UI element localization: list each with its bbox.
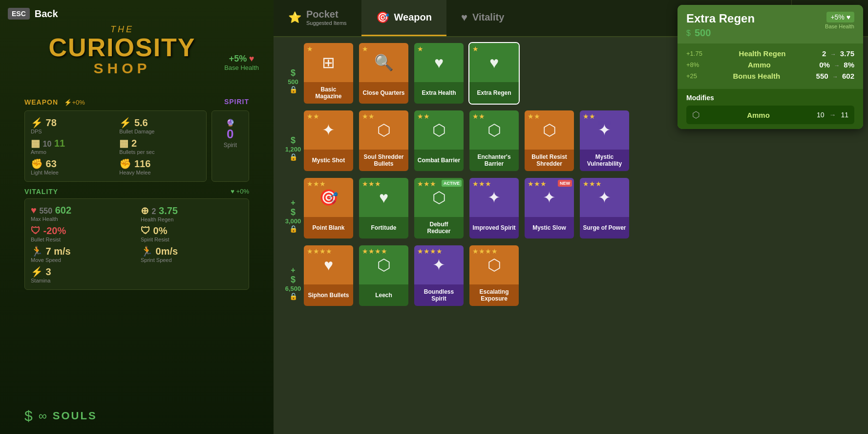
combat-barrier-icon: ⬡	[432, 121, 446, 139]
sprint-icon: 🏃	[141, 246, 153, 257]
star-icon: ★★★★	[307, 247, 332, 255]
heavy-melee-label: Heavy Melee	[119, 170, 200, 175]
item-enchanters-barrier[interactable]: ★★ ⬡ Enchanter's Barrier	[468, 109, 520, 172]
health-bonus-pct: +5% ♥	[224, 54, 259, 64]
lock-icon-1200: 🔒	[289, 153, 297, 161]
stat-sprint-speed: 🏃 0m/s Sprint Speed	[141, 245, 243, 263]
left-panel: ESC Back THE CURIOSITY SHOP +5% ♥ Base H…	[0, 0, 274, 434]
spirit-resist-icon: 🛡	[141, 225, 150, 236]
lock-icon-500: 🔒	[289, 86, 297, 93]
star-icon: ★★★★	[417, 247, 443, 255]
price-500: $ 500 🔒	[283, 53, 303, 93]
tab-weapon[interactable]: 🎯 Weapon	[361, 0, 446, 36]
heavy-melee-icon: ✊	[119, 158, 131, 169]
item-name: Boundless Spirit	[414, 284, 464, 306]
item-name: Point Blank	[304, 217, 353, 239]
weapon-label: WEAPON	[24, 98, 58, 106]
stat-heavy-melee: ✊ 116 Heavy Melee	[119, 158, 200, 175]
health-regen-val: 2 → 3.75	[822, 49, 854, 58]
plus-icon-3000: +	[291, 198, 295, 207]
debuff-reducer-icon: ⬡	[432, 188, 446, 207]
item-escalating-exposure[interactable]: ★★★★ ⬡ Escalating Exposure	[468, 244, 520, 307]
item-fortitude[interactable]: ★★★ ♥ Fortitude	[358, 177, 409, 239]
item-debuff-reducer[interactable]: ★★★ ACTIVE ⬡ Debuff Reducer	[413, 177, 465, 239]
item-combat-barrier[interactable]: ★★ ⬡ Combat Barrier	[413, 109, 465, 172]
item-name: Close Quarters	[359, 82, 408, 104]
vitality-pct: ♥ +0%	[231, 188, 249, 195]
price-coin-3000: $	[291, 207, 296, 217]
item-leech[interactable]: ★★★★ ⬡ Leech	[358, 244, 409, 307]
item-name: Bullet Resist Shredder	[525, 150, 574, 171]
item-point-blank[interactable]: ★★★ 🎯 Point Blank	[303, 177, 354, 239]
star-icon: ★★★	[528, 180, 547, 188]
item-mystic-slow[interactable]: ★★★ NEW ✦ Mystic Slow	[524, 177, 575, 239]
item-name: Extra Health	[414, 82, 464, 104]
title-shop: SHOP	[39, 60, 205, 77]
item-extra-health[interactable]: ★ ♥ Extra Health	[413, 42, 465, 105]
back-button[interactable]: ESC Back	[8, 8, 58, 20]
ammo-label: Ammo	[31, 149, 111, 155]
item-mystic-vulnerability[interactable]: ★★ ✦ Mystic Vulnerability	[579, 109, 630, 172]
point-blank-icon: 🎯	[319, 188, 339, 207]
star-icon: ★★★★	[472, 247, 498, 255]
stamina-icon: ⚡	[31, 266, 43, 277]
melee-icon: ✊	[31, 158, 43, 169]
tab-pocket[interactable]: ⭐ Pocket Suggested Items	[274, 0, 361, 36]
escalating-exposure-icon: ⬡	[487, 256, 501, 274]
section-6500: + $ 6,500 🔒 ★★★★ ♥ Siphon Bullets ★★★★ ⬡	[283, 244, 858, 307]
title-curiosity: CURIOSITY	[39, 35, 205, 60]
item-extra-regen[interactable]: ★ ♥ Extra Regen	[468, 42, 520, 105]
item-name: Surge of Power	[580, 217, 629, 239]
modifies-ammo-val: 10 → 11	[817, 111, 848, 119]
dps-label: DPS	[31, 129, 111, 134]
vitality-stats-grid: ♥ 550 602 Max Health ⊕ 2 3.75 Health Reg…	[31, 205, 243, 283]
item-soul-shredder[interactable]: ★★ ⬡ Soul Shredder Bullets	[358, 109, 409, 172]
back-label: Back	[35, 8, 58, 20]
health-bonus-label: Base Health	[224, 64, 259, 71]
item-improved-spirit[interactable]: ★★★ ✦ Improved Spirit	[468, 177, 520, 239]
price-6500: + $ 6,500 🔒	[283, 251, 303, 300]
stat-bullet-dmg: ⚡ 5.6 Bullet Damage	[119, 117, 200, 134]
item-siphon-bullets[interactable]: ★★★★ ♥ Siphon Bullets	[303, 244, 354, 307]
bonus-health-val: 550 → 602	[816, 72, 854, 80]
item-name: Siphon Bullets	[304, 284, 353, 306]
weapon-section: WEAPON ⚡+0%	[24, 98, 85, 107]
vitality-icon: ♥	[461, 11, 467, 24]
tab-vitality[interactable]: ♥ Vitality	[446, 0, 519, 36]
mystic-shot-icon: ✦	[322, 121, 335, 139]
item-boundless-spirit[interactable]: ★★★★ ✦ Boundless Spirit	[413, 244, 465, 307]
siphon-bullets-icon: ♥	[324, 256, 333, 274]
item-close-quarters[interactable]: ★ 🔍 Close Quarters	[358, 42, 409, 105]
star-icon: ★★★★	[362, 247, 387, 255]
dollar-icon: $	[686, 29, 691, 38]
star-icon: ★★	[307, 112, 319, 120]
star-icon: ★★	[583, 112, 595, 120]
boundless-spirit-icon: ✦	[432, 256, 445, 274]
star-icon: ★★★	[362, 180, 381, 188]
spirit-label-box: Spirit	[224, 142, 237, 149]
star-icon: ★★★	[307, 180, 326, 188]
stat-health-regen: ⊕ 2 3.75 Health Regen	[141, 205, 243, 222]
item-surge-of-power[interactable]: ★★★ ✦ Surge of Power	[579, 177, 630, 239]
star-icon: ★	[472, 45, 479, 53]
stat-bullet-resist: 🛡 -20% Bullet Resist	[31, 225, 133, 242]
stats-section: WEAPON ⚡+0% SPIRIT ⚡ 78 DPS	[24, 98, 249, 290]
spirit-value: 0	[224, 127, 237, 142]
star-icon: ★★★	[583, 180, 602, 188]
items-row-6500: ★★★★ ♥ Siphon Bullets ★★★★ ⬡ Leech ★★★★	[303, 244, 858, 307]
star-icon: ★★★	[417, 180, 436, 188]
item-name: Debuff Reducer	[414, 217, 464, 239]
item-detail-modifies: Modifies ⬡ Ammo 10 → 11	[677, 89, 863, 129]
ammo-plus: +8%	[686, 61, 699, 68]
plus-icon-6500: +	[291, 266, 295, 275]
enchanters-barrier-icon: ⬡	[487, 121, 501, 139]
item-basic-magazine[interactable]: ★ ⊞ Basic Magazine	[303, 42, 354, 105]
item-bullet-resist-shredder[interactable]: ★★ ⬡ Bullet Resist Shredder	[524, 109, 575, 172]
shop-title: THE CURIOSITY SHOP	[39, 24, 205, 77]
esc-badge: ESC	[8, 8, 30, 20]
bullet-resist-icon: ⬡	[543, 121, 556, 139]
item-name: Combat Barrier	[414, 150, 464, 171]
item-mystic-shot[interactable]: ★★ ✦ Mystic Shot	[303, 109, 354, 172]
main-content: ⭐ Pocket Suggested Items 🎯 Weapon ♥ Vita…	[274, 0, 868, 434]
leech-icon: ⬡	[377, 256, 391, 274]
